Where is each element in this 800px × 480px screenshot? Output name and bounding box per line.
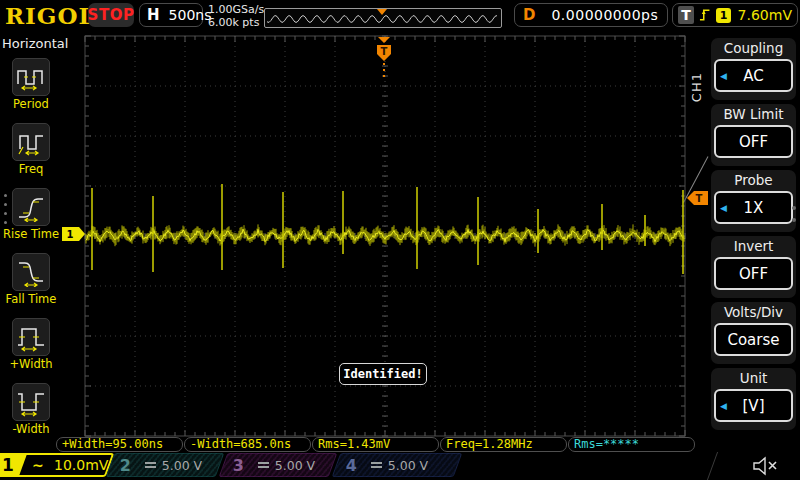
left-arrow-icon — [720, 401, 727, 411]
status-bar-divider — [707, 452, 718, 480]
left-arrow-icon — [720, 71, 727, 81]
measurement-plus-width: +Width=95.00ns — [56, 437, 183, 452]
oscilloscope-screen: RIGOL STOP H 500ns 1.00GSa/s 6.00k pts D… — [0, 0, 800, 480]
menu-item-freq[interactable]: Freq — [0, 123, 62, 176]
svg-text:T: T — [381, 46, 388, 57]
menu-item-coupling[interactable]: Coupling AC — [711, 38, 796, 100]
sample-rate: 1.00GSa/s — [208, 3, 264, 16]
left-arrow-icon — [720, 203, 727, 213]
timebase-label: H — [147, 6, 160, 24]
measurement-freq: Freq=1.28MHz — [440, 437, 567, 452]
channel-3-scale: 5.00 V — [275, 458, 315, 473]
dc-coupling-icon — [371, 462, 382, 468]
identified-popup: Identified! — [339, 363, 427, 385]
dc-coupling-icon — [258, 462, 269, 468]
waveform-preview[interactable] — [264, 8, 502, 28]
menu-tab-divider — [683, 156, 708, 202]
trigger-source-badge: 1 — [716, 8, 730, 23]
menu-item-unit[interactable]: Unit [V] — [711, 368, 796, 430]
measurement-minus-width: -Width=685.0ns — [184, 437, 311, 452]
rigol-logo: RIGOL — [5, 2, 96, 29]
channel-menu-tab: CH1 — [689, 72, 704, 102]
channel-4-status[interactable]: 4 5.00 V — [332, 453, 463, 477]
period-icon — [16, 62, 46, 92]
plus-width-icon — [16, 322, 46, 352]
preview-trace — [265, 9, 501, 27]
channel-2-status[interactable]: 2 5.00 V — [106, 453, 225, 477]
scroll-indicator-dots — [792, 206, 796, 222]
channel-1-status[interactable]: 1 ~ 10.0mV — [0, 453, 114, 477]
menu-item-bw-limit[interactable]: BW Limit OFF — [711, 104, 796, 166]
delay-value: 0.00000000ps — [551, 7, 658, 23]
delay-label: D — [523, 6, 535, 24]
rise-time-icon — [16, 192, 46, 222]
scroll-indicator-dots — [4, 194, 7, 224]
svg-text:1: 1 — [67, 229, 74, 240]
channel-2-scale: 5.00 V — [162, 458, 202, 473]
fall-time-icon — [16, 257, 46, 287]
graticule-and-trace: T1T — [0, 32, 800, 452]
speaker-muted-icon[interactable] — [752, 456, 782, 476]
run-state-badge[interactable]: STOP — [88, 3, 134, 27]
frequency-icon — [16, 127, 46, 157]
menu-item-probe[interactable]: Probe 1X — [711, 170, 796, 232]
memory-depth: 6.00k pts — [208, 16, 264, 29]
top-status-bar: RIGOL STOP H 500ns 1.00GSa/s 6.00k pts D… — [0, 0, 800, 32]
left-menu-title: Horizontal — [2, 36, 68, 51]
menu-item-volts-div[interactable]: Volts/Div Coarse — [711, 302, 796, 364]
menu-item-rise-time[interactable]: Rise Time — [0, 188, 62, 241]
channel-menu: CH1 Coupling AC BW Limit OFF Probe 1X In… — [688, 32, 800, 452]
menu-item-invert[interactable]: Invert OFF — [711, 236, 796, 298]
trigger-label: T — [678, 6, 694, 24]
measurement-rms: Rms=1.43mV — [312, 437, 439, 452]
trigger-level-value: 7.60mV — [738, 7, 792, 23]
menu-item-fall-time[interactable]: Fall Time — [0, 253, 62, 306]
rising-edge-icon — [699, 6, 711, 24]
ac-coupling-icon: ~ — [32, 457, 44, 473]
menu-item-period[interactable]: Period — [0, 58, 62, 111]
menu-item-plus-width[interactable]: +Width — [0, 318, 62, 371]
acquisition-info: 1.00GSa/s 6.00k pts — [208, 3, 264, 29]
timebase-box[interactable]: H 500ns — [139, 3, 203, 27]
menu-item-minus-width[interactable]: -Width — [0, 383, 62, 436]
channel-status-bar: 1 ~ 10.0mV 2 5.00 V 3 5.00 V 4 5.00 V — [0, 452, 800, 480]
channel-4-scale: 5.00 V — [388, 458, 428, 473]
minus-width-icon — [16, 387, 46, 417]
measurement-rms-ch2: Rms=***** — [568, 437, 695, 452]
trigger-box[interactable]: T 1 7.60mV — [672, 3, 798, 27]
channel-3-status[interactable]: 3 5.00 V — [219, 453, 338, 477]
timebase-value: 500ns — [169, 7, 212, 23]
delay-box[interactable]: D 0.00000000ps — [514, 3, 668, 27]
channel-1-scale: 10.0mV — [54, 457, 108, 473]
dc-coupling-icon — [145, 462, 156, 468]
horizontal-measure-menu: Horizontal Period Freq Rise Time — [0, 32, 62, 452]
